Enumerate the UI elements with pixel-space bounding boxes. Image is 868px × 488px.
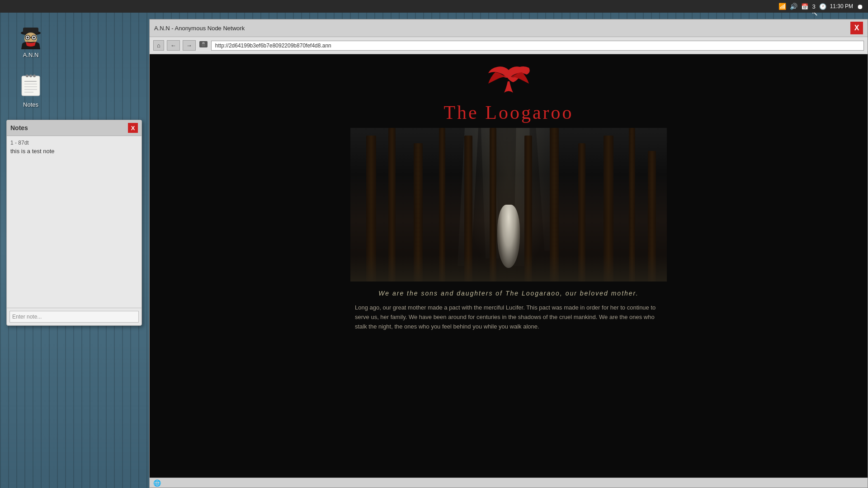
loogaroo-header: The Loogaroo [443, 54, 573, 128]
ann-icon-image [17, 23, 44, 50]
notepad-svg [19, 74, 42, 98]
ann-desktop-icon[interactable]: A.N.N [13, 23, 49, 58]
notes-window-title: Notes [10, 124, 28, 131]
browser-close-button[interactable]: X [850, 22, 863, 34]
globe-icon: 🌐 [153, 479, 161, 487]
loogaroo-page: The Loogaroo [150, 54, 868, 478]
calendar-icon: 📅 [801, 3, 808, 10]
notes-icon-image [17, 72, 44, 99]
note-id: 1 - 87dt [10, 140, 138, 146]
shield-security-svg [198, 39, 208, 49]
svg-point-15 [29, 75, 32, 77]
browser-content: The Loogaroo [150, 54, 868, 478]
browser-title: A.N.N - Anonymous Node Network [154, 25, 245, 32]
taskbar-icons: 📶 🔊 📅 3 🕐 11:30 PM ⏺ [778, 3, 863, 10]
loogaroo-body-text: Long ago, our great mother made a pact w… [355, 303, 662, 331]
clock-icon: 🕐 [819, 3, 826, 10]
notes-icon-label: Notes [23, 101, 38, 108]
wifi-icon: 📶 [778, 3, 786, 10]
back-button[interactable]: ← [167, 40, 180, 51]
svg-point-7 [33, 37, 35, 39]
loogaroo-tagline: We are the sons and daughters of The Loo… [378, 290, 638, 297]
battery-number: 3 [812, 3, 815, 10]
loogaroo-bird-svg [481, 63, 536, 99]
notes-input-field[interactable] [9, 311, 139, 323]
taskbar-time: 11:30 PM [830, 3, 853, 9]
forward-button[interactable]: → [183, 40, 196, 51]
url-bar[interactable] [211, 41, 864, 51]
notes-desktop-icon[interactable]: Notes [13, 72, 49, 108]
desktop: 📶 🔊 📅 3 🕐 11:30 PM ⏺ ↖ [0, 0, 868, 488]
notes-window: Notes X 1 - 87dt this is a test note [6, 120, 142, 326]
svg-rect-8 [22, 76, 40, 96]
browser-toolbar: ⌂ ← → [150, 37, 868, 54]
browser-statusbar: 🌐 [150, 478, 868, 488]
home-button[interactable]: ⌂ [153, 40, 164, 51]
security-icon [198, 39, 208, 52]
spy-svg [18, 23, 44, 49]
ann-icon-label: A.N.N [23, 52, 39, 58]
notes-close-button[interactable]: X [128, 123, 138, 133]
svg-point-14 [26, 75, 28, 77]
svg-rect-20 [202, 44, 205, 47]
notes-titlebar: Notes X [7, 120, 142, 136]
power-button[interactable]: ⏺ [857, 3, 863, 10]
forest-image [350, 128, 667, 282]
ghost-figure [497, 205, 520, 268]
loogaroo-title: The Loogaroo [443, 102, 573, 123]
volume-icon: 🔊 [790, 3, 797, 10]
notes-body: 1 - 87dt this is a test note [7, 136, 142, 308]
taskbar: 📶 🔊 📅 3 🕐 11:30 PM ⏺ [0, 0, 868, 13]
browser-window: A.N.N - Anonymous Node Network X ⌂ ← → [149, 19, 868, 488]
note-text: this is a test note [10, 148, 138, 155]
svg-point-16 [33, 75, 36, 77]
notes-input-area [7, 308, 142, 325]
browser-titlebar: A.N.N - Anonymous Node Network X [150, 19, 868, 37]
svg-point-6 [27, 37, 29, 39]
